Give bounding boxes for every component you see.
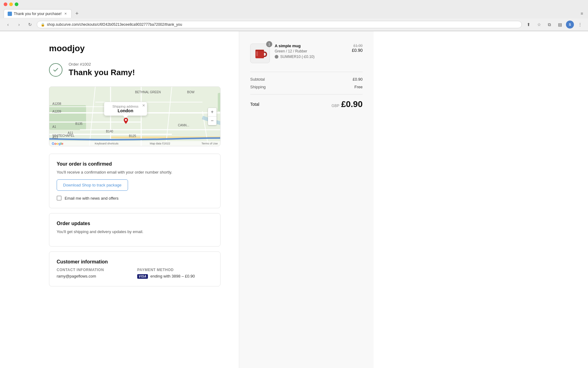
tab-close-button[interactable]: ✕	[63, 12, 68, 16]
shipping-value: Free	[354, 85, 363, 89]
zoom-in-button[interactable]: +	[208, 108, 217, 117]
tooltip-close-button[interactable]: ✕	[142, 103, 145, 108]
map-label-a1209: A1209	[52, 110, 61, 113]
price-current: £0.90	[352, 48, 363, 53]
browser-chrome: Thank you for your purchase! ✕ + ≡ ‹ › ↻…	[0, 0, 588, 31]
profile-button[interactable]: S	[566, 21, 574, 29]
divider-2	[250, 94, 363, 94]
extensions-icon[interactable]: ⧉	[545, 20, 554, 29]
tab-title: Thank you for your purchase!	[14, 12, 62, 16]
google-logo: Google	[52, 142, 63, 145]
order-updates-section: Order updates You'll get shipping and de…	[49, 213, 221, 247]
payment-details: ending with 3898 – £0.90	[150, 274, 195, 278]
product-price: £1.00 £0.90	[352, 44, 363, 53]
zoom-out-button[interactable]: −	[208, 117, 217, 125]
price-original: £1.00	[352, 44, 363, 48]
forward-button[interactable]: ›	[15, 20, 23, 29]
map-label-bethnal: BETHNAL GREEN	[135, 90, 161, 94]
tooltip-city: London	[108, 108, 143, 113]
product-variant: Green / 12 / Rubber	[275, 49, 347, 53]
order-confirmed-section: Your order is confirmed You'll receive a…	[49, 154, 221, 208]
keyboard-shortcuts-link[interactable]: Keyboard shortcuts	[95, 142, 119, 145]
maximize-window-button[interactable]	[15, 2, 18, 6]
bookmark-icon[interactable]: ☆	[535, 20, 543, 29]
thank-you-message: Thank you Ramy!	[69, 68, 135, 77]
tab-menu-button[interactable]: ≡	[579, 10, 584, 17]
map-label-b135: B135	[75, 122, 82, 125]
share-icon[interactable]: ⬆	[524, 20, 533, 29]
map-label-bow: BOW	[187, 90, 194, 94]
product-quantity-badge: 1	[266, 41, 272, 47]
subtotal-label: Subtotal	[250, 77, 265, 82]
lock-icon: 🔒	[41, 23, 45, 27]
order-header: Order #1002 Thank you Ramy!	[49, 62, 221, 77]
svg-point-16	[125, 119, 127, 121]
order-sidebar: 1 A simple mug Green / 12 / Rubber SUMME…	[239, 31, 374, 368]
order-updates-title: Order updates	[57, 221, 213, 226]
back-button[interactable]: ‹	[4, 20, 12, 29]
refresh-button[interactable]: ↻	[26, 20, 34, 29]
store-name: moodjoy	[49, 44, 221, 53]
customer-info-grid: Contact information ramy@pageflows.com P…	[57, 268, 213, 279]
map-zoom-controls: + −	[208, 108, 217, 125]
map-label-a1208: A1208	[52, 102, 61, 105]
customer-info-title: Customer information	[57, 259, 213, 265]
sidebar-icon[interactable]: ▤	[556, 20, 564, 29]
customer-info-section: Customer information Contact information…	[49, 251, 221, 286]
product-details: A simple mug Green / 12 / Rubber SUMMER1…	[275, 44, 347, 59]
subtotal-value: £0.90	[352, 77, 363, 82]
map-footer: Google Keyboard shortcuts Map data ©2022…	[49, 141, 220, 146]
total-value: GBP £0.90	[332, 99, 363, 109]
map-label-canning: CANN...	[178, 124, 189, 127]
map-label-a1: A1	[52, 125, 56, 128]
minimize-window-button[interactable]	[9, 2, 13, 6]
product-image-wrap: 1	[250, 44, 270, 63]
subtotal-row: Subtotal £0.90	[250, 77, 363, 82]
svg-rect-2	[218, 93, 220, 111]
toolbar-actions: ⬆ ☆ ⧉ ▤ S ⋮	[524, 20, 584, 29]
map-data-label: Map data ©2022	[150, 142, 170, 145]
svg-rect-18	[255, 50, 264, 51]
tab-favicon-icon	[8, 12, 12, 16]
order-confirmed-title: Your order is confirmed	[57, 161, 213, 167]
product-mug-svg	[252, 46, 268, 61]
newsletter-row: Email me with news and offers	[57, 196, 213, 201]
shipping-map: BETHNAL GREEN BOW MILL MEADS A1208 A1209…	[49, 86, 221, 146]
product-image	[250, 44, 270, 63]
terms-of-use-link[interactable]: Terms of Use	[202, 142, 218, 145]
divider-1	[250, 72, 363, 72]
order-number: Order #1002	[69, 62, 135, 67]
tooltip-label: Shipping address	[108, 105, 143, 108]
visa-badge: VISA	[137, 274, 148, 279]
total-row: Total GBP £0.90	[250, 99, 363, 109]
contact-value: ramy@pageflows.com	[57, 274, 132, 278]
new-tab-button[interactable]: +	[73, 10, 81, 17]
main-content: moodjoy Order #1002 Thank you Ramy!	[0, 31, 239, 368]
payment-value: VISA ending with 3898 – £0.90	[137, 274, 213, 279]
address-bar[interactable]: 🔒 shop.subcurve.com/checkouts/c/6f242b05…	[37, 21, 522, 28]
total-label: Total	[250, 102, 259, 107]
browser-titlebar	[0, 0, 588, 9]
order-info: Order #1002 Thank you Ramy!	[69, 62, 135, 77]
svg-rect-19	[256, 51, 258, 56]
url-text: shop.subcurve.com/checkouts/c/6f242b0521…	[47, 22, 182, 27]
map-pin-icon	[123, 118, 129, 125]
close-window-button[interactable]	[4, 2, 7, 6]
newsletter-label: Email me with news and offers	[65, 196, 119, 201]
page-wrapper: moodjoy Order #1002 Thank you Ramy!	[0, 31, 588, 368]
newsletter-checkbox[interactable]	[57, 196, 62, 201]
browser-toolbar: ‹ › ↻ 🔒 shop.subcurve.com/checkouts/c/6f…	[0, 18, 588, 31]
contact-info-col: Contact information ramy@pageflows.com	[57, 268, 132, 279]
contact-label: Contact information	[57, 268, 132, 272]
product-name: A simple mug	[275, 44, 347, 48]
payment-method-col: Payment method VISA ending with 3898 – £…	[137, 268, 213, 279]
track-package-button[interactable]: Download Shop to track package	[57, 179, 128, 191]
shipping-label: Shipping	[250, 85, 266, 89]
order-updates-desc: You'll get shipping and delivery updates…	[57, 229, 213, 234]
order-confirmed-icon	[49, 63, 62, 77]
total-amount: £0.90	[341, 99, 363, 109]
menu-icon[interactable]: ⋮	[576, 20, 584, 29]
shipping-row: Shipping Free	[250, 85, 363, 89]
active-tab[interactable]: Thank you for your purchase! ✕	[4, 9, 72, 18]
discount-code: SUMMER10 (-£0.10)	[280, 55, 315, 59]
